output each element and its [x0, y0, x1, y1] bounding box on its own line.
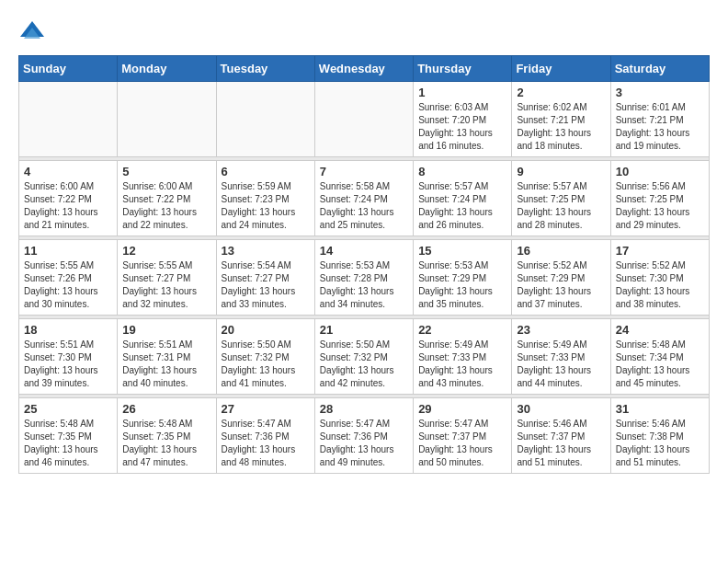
calendar-day-8: 8Sunrise: 5:57 AM Sunset: 7:24 PM Daylig… [414, 161, 512, 236]
day-number: 3 [616, 86, 704, 99]
day-info: Sunrise: 5:49 AM Sunset: 7:33 PM Dayligh… [517, 339, 605, 390]
day-info: Sunrise: 6:01 AM Sunset: 7:21 PM Dayligh… [616, 101, 704, 153]
calendar-day-21: 21Sunrise: 5:50 AM Sunset: 7:32 PM Dayli… [314, 319, 413, 395]
day-info: Sunrise: 5:56 AM Sunset: 7:25 PM Dayligh… [616, 180, 704, 232]
day-number: 4 [24, 165, 112, 178]
day-info: Sunrise: 5:46 AM Sunset: 7:38 PM Dayligh… [616, 418, 704, 469]
day-number: 14 [320, 244, 408, 258]
day-number: 6 [222, 165, 310, 178]
day-info: Sunrise: 5:47 AM Sunset: 7:36 PM Dayligh… [320, 418, 408, 469]
calendar-header-thursday: Thursday [414, 56, 512, 82]
calendar-day-3: 3Sunrise: 6:01 AM Sunset: 7:21 PM Daylig… [610, 82, 709, 157]
calendar-day-9: 9Sunrise: 5:57 AM Sunset: 7:25 PM Daylig… [512, 161, 610, 236]
calendar-day-empty [118, 82, 216, 157]
day-info: Sunrise: 5:59 AM Sunset: 7:23 PM Dayligh… [222, 180, 310, 232]
day-number: 26 [122, 402, 210, 416]
calendar-day-23: 23Sunrise: 5:49 AM Sunset: 7:33 PM Dayli… [512, 319, 610, 395]
calendar-day-18: 18Sunrise: 5:51 AM Sunset: 7:30 PM Dayli… [19, 319, 118, 395]
page-header [18, 18, 710, 46]
day-number: 28 [320, 402, 408, 416]
day-info: Sunrise: 6:00 AM Sunset: 7:22 PM Dayligh… [24, 180, 112, 232]
day-info: Sunrise: 5:48 AM Sunset: 7:34 PM Dayligh… [616, 339, 704, 390]
day-info: Sunrise: 5:53 AM Sunset: 7:28 PM Dayligh… [320, 259, 408, 311]
calendar-day-26: 26Sunrise: 5:48 AM Sunset: 7:35 PM Dayli… [118, 398, 216, 474]
day-info: Sunrise: 6:00 AM Sunset: 7:22 PM Dayligh… [122, 180, 210, 232]
calendar-day-27: 27Sunrise: 5:47 AM Sunset: 7:36 PM Dayli… [216, 398, 314, 474]
calendar-day-6: 6Sunrise: 5:59 AM Sunset: 7:23 PM Daylig… [216, 161, 314, 236]
day-info: Sunrise: 5:52 AM Sunset: 7:30 PM Dayligh… [616, 259, 704, 311]
day-number: 25 [24, 402, 112, 416]
calendar-week-row: 4Sunrise: 6:00 AM Sunset: 7:22 PM Daylig… [19, 161, 710, 236]
day-number: 13 [222, 244, 310, 258]
calendar-header-tuesday: Tuesday [216, 56, 314, 82]
calendar-day-7: 7Sunrise: 5:58 AM Sunset: 7:24 PM Daylig… [314, 161, 413, 236]
day-number: 22 [418, 323, 506, 337]
calendar-week-row: 18Sunrise: 5:51 AM Sunset: 7:30 PM Dayli… [19, 319, 710, 395]
day-number: 11 [24, 244, 112, 258]
calendar: SundayMondayTuesdayWednesdayThursdayFrid… [18, 55, 710, 474]
calendar-header-saturday: Saturday [610, 56, 709, 82]
day-number: 21 [320, 323, 408, 337]
day-number: 15 [418, 244, 506, 258]
logo-icon [18, 18, 46, 46]
calendar-day-empty [19, 82, 118, 157]
day-number: 19 [122, 323, 210, 337]
day-info: Sunrise: 5:58 AM Sunset: 7:24 PM Dayligh… [320, 180, 408, 232]
day-number: 12 [122, 244, 210, 258]
day-info: Sunrise: 5:53 AM Sunset: 7:29 PM Dayligh… [418, 259, 506, 311]
day-info: Sunrise: 5:50 AM Sunset: 7:32 PM Dayligh… [222, 339, 310, 390]
day-info: Sunrise: 5:46 AM Sunset: 7:37 PM Dayligh… [517, 418, 605, 469]
day-number: 5 [122, 165, 210, 178]
calendar-day-11: 11Sunrise: 5:55 AM Sunset: 7:26 PM Dayli… [19, 240, 118, 316]
calendar-day-30: 30Sunrise: 5:46 AM Sunset: 7:37 PM Dayli… [512, 398, 610, 474]
calendar-day-15: 15Sunrise: 5:53 AM Sunset: 7:29 PM Dayli… [414, 240, 512, 316]
day-number: 18 [24, 323, 112, 337]
day-number: 31 [616, 402, 704, 416]
calendar-week-row: 1Sunrise: 6:03 AM Sunset: 7:20 PM Daylig… [19, 82, 710, 157]
calendar-day-22: 22Sunrise: 5:49 AM Sunset: 7:33 PM Dayli… [414, 319, 512, 395]
day-number: 1 [418, 86, 506, 99]
day-number: 7 [320, 165, 408, 178]
calendar-header-row: SundayMondayTuesdayWednesdayThursdayFrid… [19, 56, 710, 82]
calendar-day-13: 13Sunrise: 5:54 AM Sunset: 7:27 PM Dayli… [216, 240, 314, 316]
calendar-header-monday: Monday [118, 56, 216, 82]
calendar-header-sunday: Sunday [19, 56, 118, 82]
day-number: 8 [418, 165, 506, 178]
calendar-week-row: 25Sunrise: 5:48 AM Sunset: 7:35 PM Dayli… [19, 398, 710, 474]
day-number: 20 [222, 323, 310, 337]
calendar-day-28: 28Sunrise: 5:47 AM Sunset: 7:36 PM Dayli… [314, 398, 413, 474]
calendar-day-20: 20Sunrise: 5:50 AM Sunset: 7:32 PM Dayli… [216, 319, 314, 395]
calendar-day-empty [216, 82, 314, 157]
day-number: 24 [616, 323, 704, 337]
day-number: 2 [517, 86, 605, 99]
day-info: Sunrise: 5:49 AM Sunset: 7:33 PM Dayligh… [418, 339, 506, 390]
day-info: Sunrise: 5:51 AM Sunset: 7:31 PM Dayligh… [122, 339, 210, 390]
calendar-day-empty [314, 82, 413, 157]
day-info: Sunrise: 5:52 AM Sunset: 7:29 PM Dayligh… [517, 259, 605, 311]
day-number: 23 [517, 323, 605, 337]
calendar-day-14: 14Sunrise: 5:53 AM Sunset: 7:28 PM Dayli… [314, 240, 413, 316]
logo [18, 18, 50, 46]
day-info: Sunrise: 5:57 AM Sunset: 7:24 PM Dayligh… [418, 180, 506, 232]
day-info: Sunrise: 5:50 AM Sunset: 7:32 PM Dayligh… [320, 339, 408, 390]
day-info: Sunrise: 5:47 AM Sunset: 7:37 PM Dayligh… [418, 418, 506, 469]
calendar-week-row: 11Sunrise: 5:55 AM Sunset: 7:26 PM Dayli… [19, 240, 710, 316]
calendar-day-16: 16Sunrise: 5:52 AM Sunset: 7:29 PM Dayli… [512, 240, 610, 316]
day-number: 17 [616, 244, 704, 258]
day-info: Sunrise: 6:03 AM Sunset: 7:20 PM Dayligh… [418, 101, 506, 153]
calendar-day-5: 5Sunrise: 6:00 AM Sunset: 7:22 PM Daylig… [118, 161, 216, 236]
day-info: Sunrise: 5:57 AM Sunset: 7:25 PM Dayligh… [517, 180, 605, 232]
calendar-day-25: 25Sunrise: 5:48 AM Sunset: 7:35 PM Dayli… [19, 398, 118, 474]
day-info: Sunrise: 5:51 AM Sunset: 7:30 PM Dayligh… [24, 339, 112, 390]
day-number: 29 [418, 402, 506, 416]
calendar-day-1: 1Sunrise: 6:03 AM Sunset: 7:20 PM Daylig… [414, 82, 512, 157]
calendar-day-19: 19Sunrise: 5:51 AM Sunset: 7:31 PM Dayli… [118, 319, 216, 395]
day-number: 27 [222, 402, 310, 416]
calendar-day-31: 31Sunrise: 5:46 AM Sunset: 7:38 PM Dayli… [610, 398, 709, 474]
day-info: Sunrise: 6:02 AM Sunset: 7:21 PM Dayligh… [517, 101, 605, 153]
day-info: Sunrise: 5:55 AM Sunset: 7:26 PM Dayligh… [24, 259, 112, 311]
day-info: Sunrise: 5:55 AM Sunset: 7:27 PM Dayligh… [122, 259, 210, 311]
calendar-day-24: 24Sunrise: 5:48 AM Sunset: 7:34 PM Dayli… [610, 319, 709, 395]
day-info: Sunrise: 5:48 AM Sunset: 7:35 PM Dayligh… [122, 418, 210, 469]
calendar-day-4: 4Sunrise: 6:00 AM Sunset: 7:22 PM Daylig… [19, 161, 118, 236]
